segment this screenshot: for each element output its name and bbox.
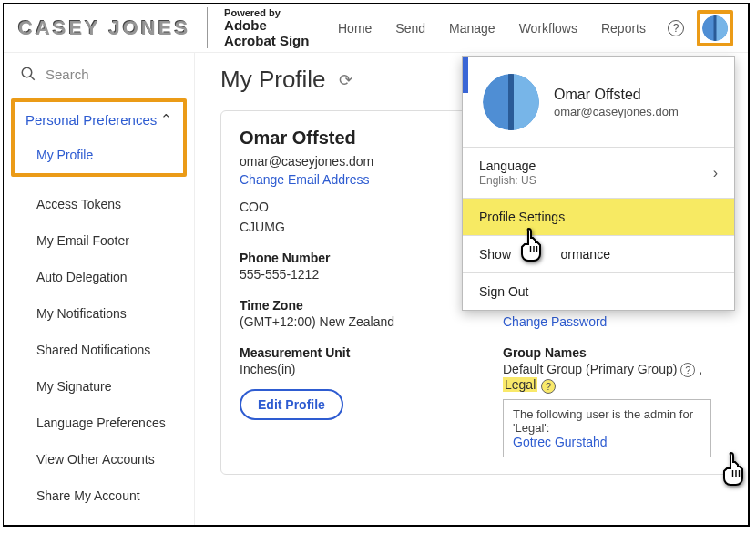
brand-logo: CASEY JONES	[18, 16, 190, 40]
popup-profile-settings-label: Profile Settings	[479, 210, 565, 224]
sidebar-item-auto-delegation[interactable]: Auto Delegation	[4, 259, 194, 295]
svg-rect-1	[714, 15, 717, 41]
group-legal: Legal	[503, 377, 537, 392]
popup-sign-out-label: Sign Out	[479, 284, 528, 299]
popup-language-value: English: US	[479, 174, 536, 187]
nav-reports[interactable]: Reports	[601, 21, 646, 36]
tz-value: (GMT+12:00) New Zealand	[240, 314, 448, 329]
sidebar-item-shared-notifications[interactable]: Shared Notifications	[4, 332, 194, 368]
svg-rect-5	[508, 74, 514, 130]
avatar	[483, 74, 539, 130]
popup-user-email: omar@caseyjones.dom	[554, 105, 679, 118]
search-placeholder: Search	[46, 67, 89, 82]
change-password-link[interactable]: Change Password	[503, 314, 711, 329]
sidebar-item-my-profile[interactable]: My Profile	[15, 137, 183, 173]
sidebar: Search Personal Preferences ⌃ My Profile…	[4, 53, 195, 525]
powered-by-line2: Adobe	[224, 18, 309, 34]
tooltip-text: The following user is the admin for 'Leg…	[513, 407, 701, 435]
tz-label: Time Zone	[240, 298, 448, 313]
popup-show-performance-label: Show ormance	[479, 247, 610, 262]
sidebar-item-view-other-accounts[interactable]: View Other Accounts	[4, 441, 194, 478]
avatar-button[interactable]	[697, 10, 733, 46]
popup-show-performance[interactable]: Show ormance	[463, 235, 734, 272]
svg-point-2	[22, 67, 32, 77]
edit-profile-button[interactable]: Edit Profile	[240, 389, 343, 420]
chevron-up-icon: ⌃	[160, 111, 172, 128]
svg-line-3	[30, 76, 35, 80]
sidebar-item-share-my-account[interactable]: Share My Account	[4, 478, 194, 514]
nav-workflows[interactable]: Workflows	[519, 21, 577, 36]
sidebar-item-my-email-footer[interactable]: My Email Footer	[4, 222, 194, 259]
group-admin-tooltip: The following user is the admin for 'Leg…	[503, 399, 711, 457]
help-icon[interactable]: ?	[680, 363, 695, 377]
groups-value: Default Group (Primary Group) ? , Legal …	[503, 362, 711, 394]
phone-label: Phone Number	[240, 251, 448, 265]
chevron-right-icon: ›	[713, 165, 718, 181]
sidebar-item-language-preferences[interactable]: Language Preferences	[4, 405, 194, 441]
sidebar-section-label: Personal Preferences	[26, 112, 157, 128]
sidebar-item-my-notifications[interactable]: My Notifications	[4, 295, 194, 332]
user-menu-popup: Omar Offsted omar@caseyjones.dom Languag…	[462, 56, 735, 311]
popup-profile-settings[interactable]: Profile Settings	[463, 198, 734, 235]
nav-home[interactable]: Home	[338, 21, 372, 36]
page-title: My Profile	[220, 66, 326, 94]
search-input[interactable]: Search	[4, 60, 194, 98]
groups-label: Group Names	[503, 345, 711, 360]
powered-by: Powered by Adobe Acrobat Sign	[207, 7, 309, 48]
nav-send[interactable]: Send	[395, 21, 425, 36]
sidebar-section-personal-preferences[interactable]: Personal Preferences ⌃	[15, 102, 183, 137]
refresh-icon[interactable]: ⟳	[339, 70, 352, 90]
help-icon[interactable]: ?	[668, 20, 684, 36]
top-nav: Home Send Manage Workflows Reports	[338, 21, 646, 36]
search-icon	[20, 66, 36, 82]
personal-preferences-highlight: Personal Preferences ⌃ My Profile	[11, 98, 187, 177]
mu-value: Inches(in)	[240, 362, 448, 376]
popup-language-label: Language	[479, 159, 536, 173]
phone-value: 555-555-1212	[240, 267, 448, 282]
popup-language[interactable]: Language English: US ›	[463, 147, 734, 198]
popup-sign-out[interactable]: Sign Out	[463, 272, 734, 310]
mu-label: Measurement Unit	[240, 345, 448, 360]
help-icon[interactable]: ?	[541, 379, 556, 394]
sidebar-item-my-signature[interactable]: My Signature	[4, 368, 194, 405]
powered-by-line3: Acrobat Sign	[224, 34, 309, 49]
tooltip-user-link[interactable]: Gotrec Gurstahd	[513, 435, 701, 449]
nav-manage[interactable]: Manage	[449, 21, 495, 36]
popup-user-name: Omar Offsted	[554, 87, 679, 103]
sidebar-item-access-tokens[interactable]: Access Tokens	[4, 186, 194, 222]
